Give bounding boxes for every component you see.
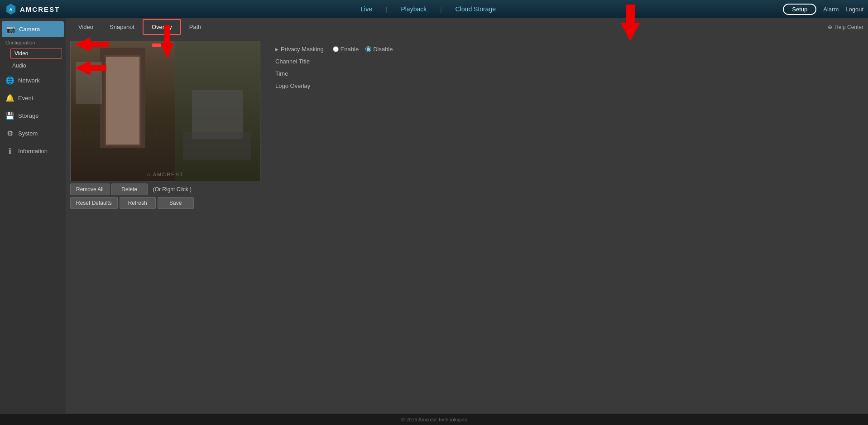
tab-path[interactable]: Path: [181, 20, 210, 34]
sidebar-item-system[interactable]: ⚙ System: [0, 125, 66, 142]
privacy-masking-row: ▶ Privacy Masking Enable Disable: [272, 43, 859, 55]
video-right-pane: [175, 41, 260, 181]
privacy-masking-label: ▶ Privacy Masking: [275, 46, 324, 53]
help-center-label: Help Center: [834, 24, 863, 30]
buttons-row-2: Reset Defaults Refresh Save: [70, 197, 260, 209]
reset-defaults-button[interactable]: Reset Defaults: [70, 197, 118, 209]
buttons-row-1: Remove All Delete (Or Right Click ): [70, 184, 260, 195]
sidebar-event-label: Event: [18, 95, 33, 101]
sidebar-network-label: Network: [18, 77, 40, 84]
door-shape: [105, 55, 141, 146]
enable-radio[interactable]: [333, 46, 339, 52]
table-shape: [183, 132, 251, 160]
delete-button[interactable]: Delete: [111, 184, 148, 195]
disable-radio-label[interactable]: Disable: [365, 46, 393, 53]
footer: © 2016 Amcrest Technologies: [0, 414, 868, 425]
system-icon: ⚙: [5, 129, 14, 138]
nav-cloud-storage[interactable]: Cloud Storage: [451, 5, 501, 13]
footer-text: © 2016 Amcrest Technologies: [401, 417, 467, 422]
sidebar-sub-items: Video Audio: [0, 47, 66, 72]
main-layout: 📷 Camera Configuration Video Audio 🌐 Net…: [0, 18, 868, 425]
sidebar-system-label: System: [18, 130, 38, 137]
nav-live[interactable]: Live: [356, 5, 377, 13]
logout-button[interactable]: Logout: [845, 6, 863, 13]
sidebar-item-network[interactable]: 🌐 Network: [0, 72, 66, 89]
disable-radio[interactable]: [365, 46, 371, 52]
video-left-pane: [71, 41, 175, 181]
logo-overlay-label: Logo Overlay: [275, 82, 310, 89]
logo-overlay-item[interactable]: Logo Overlay: [272, 80, 859, 92]
help-center-icon: ⊕: [828, 24, 832, 30]
nav-playback[interactable]: Playback: [396, 5, 431, 13]
tab-video[interactable]: Video: [70, 20, 101, 34]
refresh-button[interactable]: Refresh: [120, 197, 156, 209]
remove-all-button[interactable]: Remove All: [70, 184, 110, 195]
channel-title-label: Channel Title: [275, 58, 310, 65]
sidebar-item-storage[interactable]: 💾 Storage: [0, 107, 66, 125]
sidebar-sub-audio[interactable]: Audio: [7, 60, 66, 72]
arrow-right-icon: ▶: [275, 47, 278, 52]
sidebar-item-information[interactable]: ℹ Information: [0, 142, 66, 160]
time-label: Time: [275, 70, 288, 77]
sidebar-sub-video[interactable]: Video: [10, 48, 62, 59]
office-element-1: [76, 62, 101, 104]
sidebar-storage-label: Storage: [18, 112, 39, 119]
storage-icon: 💾: [5, 111, 14, 120]
top-navigation: A AMCREST Live | Playback | Cloud Storag…: [0, 0, 868, 18]
nav-links: Live | Playback | Cloud Storage: [73, 5, 783, 13]
enable-label: Enable: [340, 46, 359, 53]
camera-icon: 📷: [6, 25, 15, 34]
sidebar-camera-label: Camera: [19, 26, 40, 33]
video-preview: ⌂ AMCREST: [70, 41, 260, 181]
tab-snapshot[interactable]: Snapshot: [101, 20, 143, 34]
help-center[interactable]: ⊕ Help Center: [828, 24, 863, 30]
information-icon: ℹ: [5, 147, 14, 155]
sidebar-item-event[interactable]: 🔔 Event: [0, 89, 66, 107]
event-icon: 🔔: [5, 94, 14, 102]
disable-label: Disable: [373, 46, 393, 53]
sidebar-information-label: Information: [18, 148, 48, 155]
watermark: ⌂ AMCREST: [71, 172, 260, 177]
content-area: Video Snapshot Overlay Path ⊕ Help Cente…: [66, 18, 868, 425]
channel-title-item[interactable]: Channel Title: [272, 55, 859, 68]
tab-bar: Video Snapshot Overlay Path ⊕ Help Cente…: [66, 18, 868, 36]
time-item[interactable]: Time: [272, 68, 859, 80]
video-section: ⌂ AMCREST Remove All Delete (Or Right Cl…: [70, 41, 260, 420]
setup-button[interactable]: Setup: [783, 4, 816, 15]
overlay-panel: ▶ Privacy Masking Enable Disable: [267, 41, 863, 420]
network-icon: 🌐: [5, 76, 14, 85]
svg-text:A: A: [10, 7, 13, 12]
logo-area: A AMCREST: [5, 3, 60, 15]
amcrest-logo-icon: A: [5, 3, 17, 15]
ceiling-light: [152, 43, 161, 47]
right-click-hint: (Or Right Click ): [149, 184, 195, 195]
tab-overlay[interactable]: Overlay: [143, 19, 181, 35]
action-rows: Remove All Delete (Or Right Click ) Rese…: [70, 184, 260, 209]
alarm-button[interactable]: Alarm: [823, 6, 839, 13]
nav-right: Setup Alarm Logout: [783, 4, 863, 15]
brand-name: AMCREST: [20, 5, 60, 13]
save-button[interactable]: Save: [158, 197, 194, 209]
overlay-main-content: ⌂ AMCREST Remove All Delete (Or Right Cl…: [66, 36, 868, 425]
video-inner: [71, 41, 260, 181]
sidebar: 📷 Camera Configuration Video Audio 🌐 Net…: [0, 18, 66, 425]
enable-radio-label[interactable]: Enable: [333, 46, 359, 53]
privacy-radio-group: Enable Disable: [333, 46, 393, 53]
configuration-label: Configuration: [0, 38, 66, 47]
sidebar-item-camera[interactable]: 📷 Camera: [2, 21, 64, 37]
